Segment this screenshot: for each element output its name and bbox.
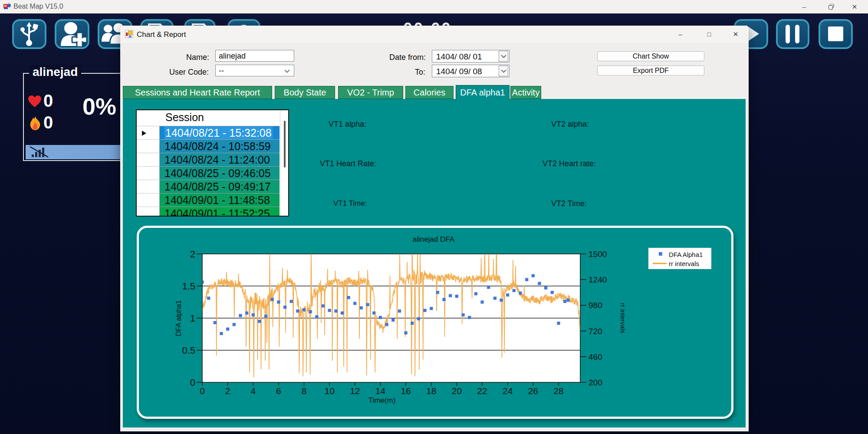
svg-text:1.5: 1.5	[182, 281, 195, 292]
svg-text:Time(m): Time(m)	[368, 396, 396, 404]
svg-text:980: 980	[589, 301, 602, 310]
svg-text:200: 200	[589, 378, 602, 387]
svg-text:16: 16	[401, 386, 411, 396]
svg-text:720: 720	[589, 327, 602, 336]
svg-text:10: 10	[325, 386, 335, 396]
svg-text:24: 24	[503, 386, 513, 396]
svg-text:1: 1	[190, 313, 195, 324]
svg-text:0: 0	[190, 377, 195, 388]
svg-text:rr intervals: rr intervals	[619, 303, 627, 333]
svg-text:2: 2	[225, 386, 230, 396]
svg-text:22: 22	[477, 386, 487, 396]
svg-text:4: 4	[250, 386, 256, 396]
svg-text:0: 0	[200, 386, 205, 396]
svg-text:0.5: 0.5	[182, 345, 195, 356]
svg-text:14: 14	[375, 386, 386, 396]
svg-text:DFA Alpha1: DFA Alpha1	[669, 251, 703, 258]
svg-text:6: 6	[276, 386, 281, 396]
svg-text:20: 20	[452, 386, 462, 396]
svg-text:28: 28	[553, 386, 563, 396]
svg-text:rr intervals: rr intervals	[669, 260, 699, 267]
svg-text:12: 12	[350, 386, 360, 396]
svg-text:26: 26	[528, 386, 538, 396]
svg-text:1500: 1500	[589, 250, 607, 259]
svg-text:DFA alpha1: DFA alpha1	[175, 300, 182, 336]
svg-text:2: 2	[190, 249, 195, 260]
svg-text:alinejad DFA: alinejad DFA	[413, 235, 455, 243]
svg-text:18: 18	[426, 386, 436, 396]
svg-text:8: 8	[302, 386, 307, 396]
svg-text:1240: 1240	[589, 275, 607, 284]
svg-text:460: 460	[589, 352, 602, 362]
